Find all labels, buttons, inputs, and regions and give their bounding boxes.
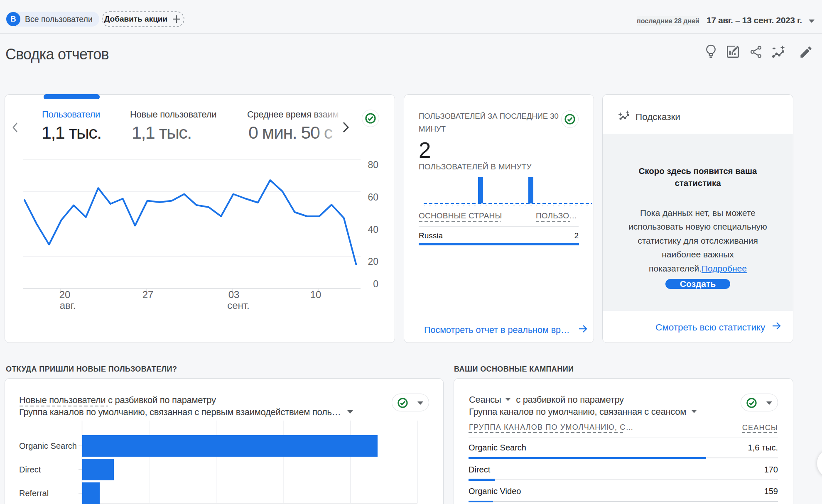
svg-text:80: 80 xyxy=(368,159,378,170)
svg-text:40: 40 xyxy=(368,224,378,235)
svg-text:Direct: Direct xyxy=(19,465,41,474)
svg-text:03: 03 xyxy=(228,289,240,300)
svg-text:10: 10 xyxy=(310,289,321,300)
svg-text:авг.: авг. xyxy=(60,300,76,311)
svg-text:20: 20 xyxy=(59,289,71,300)
svg-text:Organic Search: Organic Search xyxy=(19,441,77,450)
svg-text:Referral: Referral xyxy=(19,489,49,498)
svg-text:27: 27 xyxy=(142,289,154,300)
svg-text:0: 0 xyxy=(373,279,378,289)
svg-text:сент.: сент. xyxy=(227,300,250,311)
svg-text:60: 60 xyxy=(368,192,378,203)
svg-text:20: 20 xyxy=(368,256,378,267)
